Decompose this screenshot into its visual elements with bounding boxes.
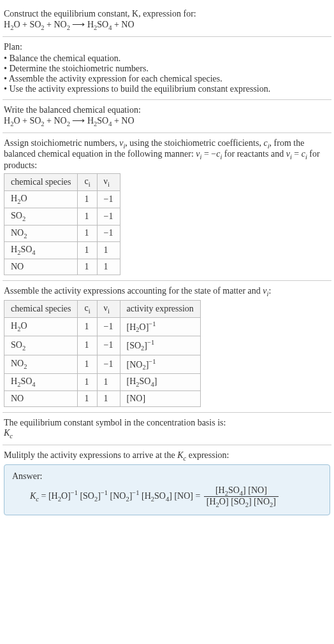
cell: SO2 — [4, 208, 78, 225]
cell: 1 — [78, 242, 97, 259]
balanced-heading: Write the balanced chemical equation: — [4, 105, 330, 115]
cell: NO2 — [4, 355, 78, 373]
cell: 1 — [78, 259, 97, 275]
cell: [SO2]−1 — [120, 336, 200, 355]
answer-numerator: [H2SO4] [NO] — [204, 485, 279, 497]
cell: 1 — [97, 390, 120, 406]
col-species: chemical species — [4, 300, 78, 317]
answer-lhs: Kc = [H2O]−1 [SO2]−1 [NO2]−1 [H2SO4] [NO… — [30, 491, 200, 501]
table-header-row: chemical species ci νi activity expressi… — [4, 300, 201, 317]
activity-intro: Assemble the activity expressions accoun… — [4, 286, 330, 297]
cell: 1 — [78, 390, 97, 406]
cell: −1 — [97, 208, 120, 225]
cell: NO — [4, 390, 78, 406]
answer-box: Answer: Kc = [H2O]−1 [SO2]−1 [NO2]−1 [H2… — [4, 464, 330, 516]
cell: −1 — [97, 355, 120, 373]
cell: H2SO4 — [4, 374, 78, 391]
table-row: NO21−1[NO2]−1 — [4, 355, 201, 373]
kc-symbol: Kc — [4, 428, 330, 440]
plan-item: Determine the stoichiometric numbers. — [4, 64, 330, 74]
table-row: SO21−1 — [4, 208, 120, 225]
cell: 1 — [97, 259, 120, 275]
table-row: SO21−1[SO2]−1 — [4, 336, 201, 355]
stoich-intro: Assign stoichiometric numbers, νi, using… — [4, 138, 330, 171]
intro-equation: H2O + SO2 + NO2 ⟶ H2SO4 + NO — [4, 19, 330, 31]
table-row: H2O1−1 — [4, 190, 120, 208]
table-row: NO11 — [4, 259, 120, 275]
plan-section: Plan: Balance the chemical equation. Det… — [3, 37, 331, 99]
cell: H2O — [4, 190, 78, 208]
table-row: NO11[NO] — [4, 390, 201, 406]
plan-item: Use the activity expressions to build th… — [4, 84, 330, 94]
table-row: NO21−1 — [4, 225, 120, 242]
cell: [H2SO4] — [120, 374, 200, 391]
intro-section: Construct the equilibrium constant, K, e… — [3, 4, 331, 36]
cell: 1 — [97, 374, 120, 391]
cell: −1 — [97, 317, 120, 336]
cell: H2O — [4, 317, 78, 336]
plan-item: Balance the chemical equation. — [4, 54, 330, 64]
cell: 1 — [78, 374, 97, 391]
col-species: chemical species — [4, 174, 78, 191]
cell: 1 — [97, 242, 120, 259]
plan-item: Assemble the activity expression for eac… — [4, 74, 330, 84]
cell: 1 — [78, 208, 97, 225]
cell: H2SO4 — [4, 242, 78, 259]
multiply-text: Mulitply the activity expressions to arr… — [4, 450, 330, 462]
plan-heading: Plan: — [4, 42, 330, 52]
cell: −1 — [97, 190, 120, 208]
cell: 1 — [78, 190, 97, 208]
balanced-equation: H2O + SO2 + NO2 ⟶ H2SO4 + NO — [4, 115, 330, 127]
cell: −1 — [97, 336, 120, 355]
cell: SO2 — [4, 336, 78, 355]
answer-fraction: [H2SO4] [NO] [H2O] [SO2] [NO2] — [204, 485, 279, 509]
cell: 1 — [78, 225, 97, 242]
col-activity: activity expression — [120, 300, 200, 317]
cell: 1 — [78, 336, 97, 355]
cell: NO2 — [4, 225, 78, 242]
kc-symbol-text: The equilibrium constant symbol in the c… — [4, 418, 330, 428]
cell: [NO2]−1 — [120, 355, 200, 373]
col-ci: ci — [78, 300, 97, 317]
col-nui: νi — [97, 300, 120, 317]
answer-label: Answer: — [12, 471, 322, 482]
answer-denominator: [H2O] [SO2] [NO2] — [204, 497, 279, 508]
stoich-table: chemical species ci νi H2O1−1 SO21−1 NO2… — [4, 173, 120, 275]
col-nui: νi — [97, 174, 120, 191]
cell: 1 — [78, 317, 97, 336]
cell: −1 — [97, 225, 120, 242]
activity-table: chemical species ci νi activity expressi… — [4, 300, 201, 407]
cell: 1 — [78, 355, 97, 373]
answer-equation: Kc = [H2O]−1 [SO2]−1 [NO2]−1 [H2SO4] [NO… — [12, 485, 322, 509]
plan-list: Balance the chemical equation. Determine… — [4, 54, 330, 94]
table-row: H2O1−1[H2O]−1 — [4, 317, 201, 336]
activity-section: Assemble the activity expressions accoun… — [3, 281, 331, 412]
table-header-row: chemical species ci νi — [4, 174, 120, 191]
cell: [NO] — [120, 390, 200, 406]
cell: NO — [4, 259, 78, 275]
stoich-section: Assign stoichiometric numbers, νi, using… — [3, 133, 331, 281]
intro-line: Construct the equilibrium constant, K, e… — [4, 9, 330, 19]
table-row: H2SO411 — [4, 242, 120, 259]
multiply-section: Mulitply the activity expressions to arr… — [3, 445, 331, 520]
cell: [H2O]−1 — [120, 317, 200, 336]
table-row: H2SO411[H2SO4] — [4, 374, 201, 391]
kc-symbol-section: The equilibrium constant symbol in the c… — [3, 413, 331, 445]
col-ci: ci — [78, 174, 97, 191]
balanced-section: Write the balanced chemical equation: H2… — [3, 100, 331, 132]
